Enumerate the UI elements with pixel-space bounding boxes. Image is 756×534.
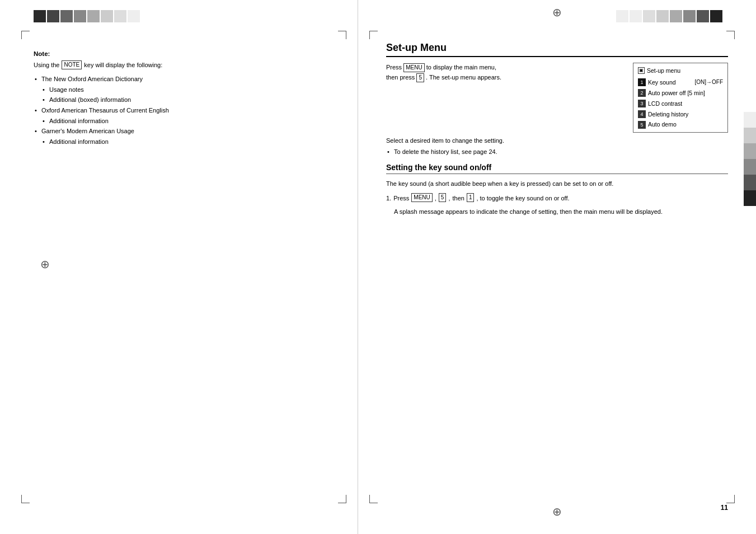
corner-mark-tr xyxy=(338,31,346,39)
menu-item-num: 5 xyxy=(638,121,646,129)
bar-seg xyxy=(101,10,113,22)
crosshair-bottom xyxy=(551,505,564,518)
intro-key-5: 5 xyxy=(416,73,424,82)
body-text: The key sound (a short audible beep when… xyxy=(386,179,728,189)
bar-seg xyxy=(60,10,73,22)
menu-item-value: [ON]→OFF xyxy=(694,77,723,87)
header-bar-right xyxy=(616,10,722,22)
bar-seg xyxy=(697,10,709,22)
list-item: Additional information xyxy=(34,137,335,147)
step-sep1: , xyxy=(435,193,436,203)
step-number: 1. xyxy=(386,193,391,203)
bar-seg xyxy=(656,10,669,22)
corner-mark-tr xyxy=(726,31,735,39)
bar-seg xyxy=(630,10,642,22)
menu-item-text: LCD contrast xyxy=(648,99,723,109)
bar-seg xyxy=(114,10,126,22)
list-item: Usage notes xyxy=(34,85,335,95)
note-intro-text: Using the xyxy=(34,62,59,68)
bar-seg xyxy=(87,10,100,22)
menu-item-row: 4 Deleting history xyxy=(638,109,723,120)
step-sep2: , xyxy=(448,193,450,203)
list-item: Additional information xyxy=(34,116,335,127)
corner-mark-tl xyxy=(21,31,30,39)
menu-item-num: 1 xyxy=(638,78,646,86)
select-text: Select a desired item to change the sett… xyxy=(386,137,728,144)
step-text: 1. Press MENU , 5 , then 1 , to toggle t… xyxy=(386,193,728,203)
intro-press: Press xyxy=(386,64,402,71)
side-tab xyxy=(744,128,756,143)
sub-section-title: Setting the key sound on/off xyxy=(386,163,728,174)
list-item: Oxford American Thesaurus of Current Eng… xyxy=(34,105,335,116)
bar-seg xyxy=(710,10,722,22)
page-container: Note: Using the NOTE key will display th… xyxy=(0,0,756,534)
side-tab xyxy=(744,159,756,175)
menu-item-num: 2 xyxy=(638,89,646,97)
menu-title: ▣ Set-up menu xyxy=(638,65,723,76)
right-content: Set-up Menu ▣ Set-up menu 1 Key sound [O… xyxy=(386,42,728,217)
menu-item-row: 5 Auto demo xyxy=(638,119,723,130)
bar-seg xyxy=(643,10,655,22)
bar-seg xyxy=(47,10,59,22)
step-key-menu: MENU xyxy=(411,193,432,202)
corner-mark-br xyxy=(338,495,346,503)
bar-seg xyxy=(128,10,140,22)
note-label: Note: xyxy=(34,50,335,57)
right-page: Set-up Menu ▣ Set-up menu 1 Key sound [O… xyxy=(358,0,756,534)
side-tab xyxy=(744,175,756,190)
menu-item-num: 3 xyxy=(638,100,646,107)
menu-item-text: Auto power off [5 min] xyxy=(648,88,723,99)
step-key-5: 5 xyxy=(439,193,447,202)
bar-seg xyxy=(683,10,696,22)
bar-seg xyxy=(74,10,86,22)
list-item: The New Oxford American Dictionary xyxy=(34,74,335,85)
header-bar-left xyxy=(34,10,140,22)
step-press-word: Press xyxy=(393,193,409,203)
bar-seg xyxy=(670,10,682,22)
list-item: Additional (boxed) information xyxy=(34,95,335,105)
menu-item-row: 3 LCD contrast xyxy=(638,99,723,109)
note-bullet-list: The New Oxford American Dictionary Usage… xyxy=(34,74,335,147)
menu-item-num: 4 xyxy=(638,110,646,118)
bullet-note: To delete the history list, see page 24. xyxy=(386,147,728,157)
note-intro-end: key will display the following: xyxy=(84,62,162,68)
step-end-text: , to toggle the key sound on or off. xyxy=(476,193,569,203)
side-tab xyxy=(744,143,756,159)
step-then: then xyxy=(452,193,464,203)
menu-screenshot: ▣ Set-up menu 1 Key sound [ON]→OFF 2 Aut… xyxy=(633,63,728,133)
menu-title-text: Set-up menu xyxy=(647,65,680,76)
section-title: Set-up Menu xyxy=(386,42,728,57)
corner-mark-bl xyxy=(369,495,378,503)
intro-line1b: to display the main menu, xyxy=(426,64,496,71)
side-tab xyxy=(744,112,756,128)
menu-item-row: 1 Key sound [ON]→OFF xyxy=(638,77,723,88)
corner-mark-br xyxy=(726,495,735,503)
intro-then-press: then press xyxy=(386,74,415,81)
menu-title-icon: ▣ xyxy=(638,67,645,74)
step-key-1: 1 xyxy=(467,193,475,202)
menu-item-text: Key sound xyxy=(648,77,692,88)
corner-mark-bl xyxy=(21,495,30,503)
left-page: Note: Using the NOTE key will display th… xyxy=(0,0,358,534)
left-content: Note: Using the NOTE key will display th… xyxy=(22,50,335,147)
menu-item-text: Deleting history xyxy=(648,109,723,120)
bar-seg xyxy=(34,10,46,22)
menu-item-text: Auto demo xyxy=(648,119,723,130)
side-tab xyxy=(744,190,756,206)
bar-seg xyxy=(616,10,628,22)
intro-key-menu: MENU xyxy=(403,63,424,72)
menu-item-row: 2 Auto power off [5 min] xyxy=(638,88,723,99)
page-number: 11 xyxy=(721,504,728,512)
crosshair-left xyxy=(38,257,51,271)
crosshair-top xyxy=(551,6,564,19)
note-intro: Using the NOTE key will display the foll… xyxy=(34,60,335,69)
step-indent: A splash message appears to indicate the… xyxy=(394,207,728,217)
intro-line2b: . The set-up menu appears. xyxy=(426,74,501,81)
note-key-badge: NOTE xyxy=(62,60,82,69)
side-tabs xyxy=(744,112,756,206)
list-item: Garner's Modern American Usage xyxy=(34,126,335,137)
corner-mark-tl xyxy=(369,31,378,39)
